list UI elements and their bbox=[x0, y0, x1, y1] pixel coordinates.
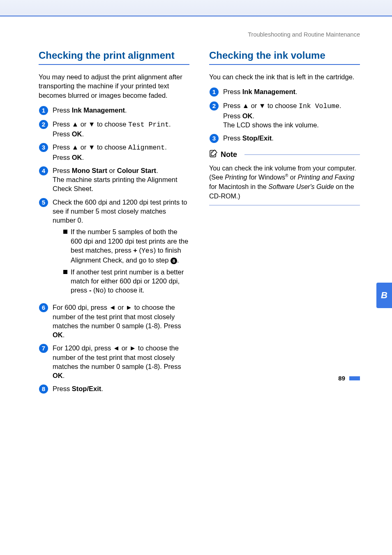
step-bullet-1-icon: 1 bbox=[39, 106, 48, 115]
section-title-ink: Checking the ink volume bbox=[209, 49, 360, 65]
step-text: Check the 600 dpi and 1200 dpi test prin… bbox=[53, 198, 189, 299]
alignment-lead: You may need to adjust the print alignme… bbox=[39, 72, 189, 100]
square-bullet-icon bbox=[63, 230, 67, 234]
svg-text:2: 2 bbox=[42, 121, 45, 128]
step-text: Press ▲ or ▼ to choose Alignment.Press O… bbox=[53, 143, 167, 162]
page-number: 89 bbox=[338, 375, 345, 382]
step-bullet-4-icon: 4 bbox=[39, 166, 48, 176]
align-step-7: 7 For 1200 dpi, press ◄ or ► to choose t… bbox=[39, 343, 189, 380]
left-column: Checking the print alignment You may nee… bbox=[39, 49, 189, 398]
left-arrow-icon: ◄ bbox=[109, 304, 116, 311]
ink-step-1: 1 Press Ink Management. bbox=[209, 87, 360, 97]
nested-list: If the number 5 samples of both the 600 … bbox=[63, 227, 189, 295]
svg-text:3: 3 bbox=[42, 144, 45, 151]
right-arrow-icon: ► bbox=[129, 344, 136, 352]
step-bullet-2-icon: 2 bbox=[209, 101, 219, 111]
square-bullet-icon bbox=[63, 270, 67, 274]
step-text: Press Stop/Exit. bbox=[223, 134, 274, 143]
step-bullet-7-icon: 7 bbox=[39, 343, 48, 353]
step-bullet-6-icon: 6 bbox=[39, 303, 48, 313]
svg-text:3: 3 bbox=[212, 135, 216, 142]
step-bullet-1-icon: 1 bbox=[209, 87, 219, 97]
section-title-alignment: Checking the print alignment bbox=[39, 49, 189, 65]
down-arrow-icon: ▼ bbox=[259, 102, 265, 109]
note-pencil-icon bbox=[209, 149, 218, 160]
page-body: Troubleshooting and Routine Maintenance … bbox=[0, 16, 392, 398]
up-arrow-icon: ▲ bbox=[72, 120, 78, 128]
step-bullet-5-icon: 5 bbox=[39, 198, 48, 207]
svg-text:6: 6 bbox=[42, 304, 45, 311]
svg-text:2: 2 bbox=[212, 102, 216, 109]
step-ref-8-icon: 8 bbox=[171, 258, 177, 264]
step-text: Press ▲ or ▼ to choose Test Print.Press … bbox=[53, 120, 171, 139]
svg-text:8: 8 bbox=[42, 385, 45, 392]
svg-text:1: 1 bbox=[42, 107, 45, 114]
step-text: Press Ink Management. bbox=[53, 106, 127, 115]
ink-lead: You can check the ink that is left in th… bbox=[209, 72, 360, 81]
step-text: Press ▲ or ▼ to choose Ink Volume.Press … bbox=[223, 101, 341, 129]
step-text: For 1200 dpi, press ◄ or ► to choose the… bbox=[53, 343, 189, 380]
running-header: Troubleshooting and Routine Maintenance bbox=[39, 31, 360, 38]
svg-text:7: 7 bbox=[42, 345, 45, 352]
two-column-layout: Checking the print alignment You may nee… bbox=[39, 49, 360, 398]
step-text: For 600 dpi, press ◄ or ► to choose the … bbox=[53, 303, 189, 339]
step-text: Press Mono Start or Colour Start.The mac… bbox=[53, 166, 189, 193]
step-bullet-3-icon: 3 bbox=[209, 134, 219, 143]
left-arrow-icon: ◄ bbox=[113, 344, 120, 352]
step-bullet-8-icon: 8 bbox=[39, 384, 48, 394]
align-step-3: 3 Press ▲ or ▼ to choose Alignment.Press… bbox=[39, 143, 189, 162]
down-arrow-icon: ▼ bbox=[88, 120, 95, 128]
nested-item: If another test print number is a better… bbox=[63, 267, 189, 296]
svg-text:5: 5 bbox=[42, 199, 45, 206]
right-column: Checking the ink volume You can check th… bbox=[209, 49, 360, 398]
note-divider bbox=[244, 154, 360, 155]
align-step-8: 8 Press Stop/Exit. bbox=[39, 384, 189, 394]
align-step-6: 6 For 600 dpi, press ◄ or ► to choose th… bbox=[39, 303, 189, 339]
footer-bar-icon bbox=[349, 376, 360, 380]
ink-step-2: 2 Press ▲ or ▼ to choose Ink Volume.Pres… bbox=[209, 101, 360, 129]
top-band bbox=[0, 0, 392, 16]
align-step-1: 1 Press Ink Management. bbox=[39, 106, 189, 115]
note-content: You can check the ink volume from your c… bbox=[209, 161, 360, 205]
align-step-5: 5 Check the 600 dpi and 1200 dpi test pr… bbox=[39, 198, 189, 299]
step-text: Press Ink Management. bbox=[223, 87, 297, 96]
step-bullet-3-icon: 3 bbox=[39, 143, 48, 152]
up-arrow-icon: ▲ bbox=[242, 102, 249, 109]
step-text: Press Stop/Exit. bbox=[53, 384, 103, 393]
right-arrow-icon: ► bbox=[126, 304, 132, 311]
down-arrow-icon: ▼ bbox=[88, 143, 95, 151]
align-step-2: 2 Press ▲ or ▼ to choose Test Print.Pres… bbox=[39, 120, 189, 139]
svg-text:4: 4 bbox=[42, 167, 46, 174]
note-label: Note bbox=[221, 150, 237, 159]
up-arrow-icon: ▲ bbox=[72, 143, 78, 151]
svg-text:1: 1 bbox=[212, 88, 216, 95]
align-step-4: 4 Press Mono Start or Colour Start.The m… bbox=[39, 166, 189, 193]
step-bullet-2-icon: 2 bbox=[39, 120, 48, 129]
page-footer: 89 bbox=[338, 375, 360, 382]
note-box: Note You can check the ink volume from y… bbox=[209, 149, 360, 205]
thumb-tab: B bbox=[376, 283, 392, 308]
note-header: Note bbox=[209, 149, 360, 160]
ink-step-3: 3 Press Stop/Exit. bbox=[209, 134, 360, 143]
nested-item: If the number 5 samples of both the 600 … bbox=[63, 227, 189, 265]
